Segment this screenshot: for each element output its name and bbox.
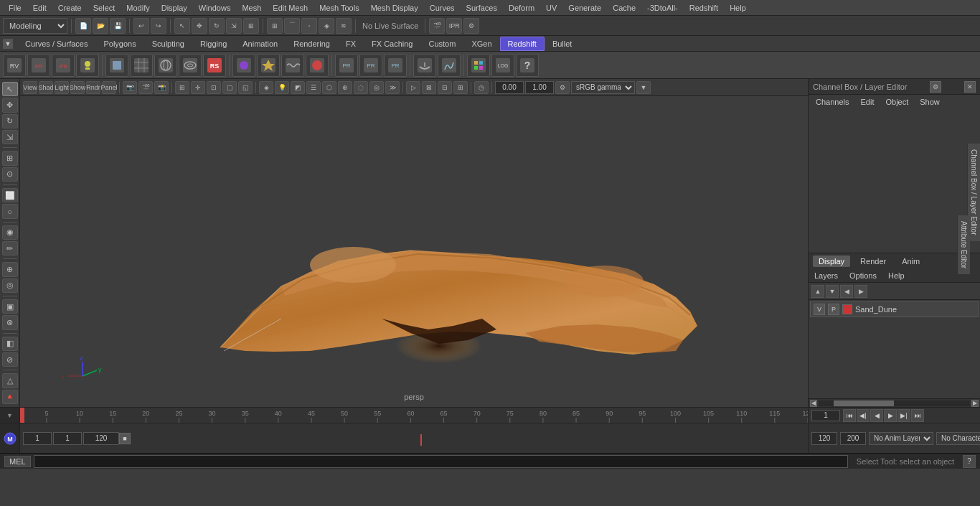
vt-bake-btn[interactable]: ◷ — [474, 81, 489, 94]
frame-range-btn[interactable]: ■ — [119, 433, 131, 444]
shelf-tab-fxcaching[interactable]: FX Caching — [364, 37, 420, 51]
scripting-language-btn[interactable]: MEL — [4, 456, 31, 467]
timeline-ruler[interactable]: 5101520253035404550556065707580859095100… — [20, 408, 808, 423]
snap-view-btn[interactable]: ◈ — [319, 18, 334, 34]
end-frame-bar-input[interactable] — [83, 432, 119, 445]
menu-help[interactable]: Help — [724, 2, 752, 14]
gain-input[interactable]: 1.00 — [525, 81, 554, 94]
layer-expand-btn[interactable]: ◀ — [840, 285, 853, 298]
vt-comp-btn[interactable]: ⊕ — [338, 81, 352, 94]
shelf-icon-light[interactable] — [76, 54, 99, 77]
shelf-icon-ipr2[interactable]: IPR — [52, 54, 75, 77]
menu-create[interactable]: Create — [52, 2, 88, 14]
render-settings-btn[interactable]: ⚙ — [463, 18, 479, 34]
snap-surface-btn[interactable]: ≋ — [336, 18, 352, 34]
show-manipulator-tool[interactable]: ⊕ — [2, 262, 18, 276]
command-line[interactable] — [34, 455, 848, 468]
move-tool[interactable]: ✥ — [2, 98, 18, 112]
icon-extra-1[interactable]: ◧ — [2, 337, 18, 351]
scroll-track[interactable] — [819, 400, 970, 406]
vt-render-btn[interactable]: 🎬 — [138, 81, 153, 94]
menu-surfaces[interactable]: Surfaces — [461, 2, 503, 14]
redo-btn[interactable]: ↪ — [151, 18, 166, 34]
menu-file[interactable]: File — [3, 2, 27, 14]
icon-extra-4[interactable]: 🔺 — [2, 390, 18, 404]
icon-extra-2[interactable]: ⊘ — [2, 352, 18, 367]
vt-sel-btn[interactable]: ⊠ — [422, 81, 436, 94]
vt-camera-btn[interactable]: 📷 — [123, 81, 137, 94]
vt-motion-btn[interactable]: ≫ — [385, 81, 400, 94]
shelf-icon-rs-mat[interactable] — [232, 54, 255, 77]
gamma-input[interactable]: 0.00 — [495, 81, 524, 94]
vt-colorspace-icon[interactable]: ⚙ — [555, 81, 570, 94]
vt-shadow-btn[interactable]: ◩ — [291, 81, 305, 94]
marquee-select-tool[interactable]: ⬜ — [2, 188, 18, 202]
help-line-btn[interactable]: ? — [963, 455, 976, 468]
paint-tool[interactable]: ✏ — [2, 241, 18, 256]
vt-panels-menu[interactable]: Panel — [102, 81, 116, 94]
object-tab[interactable]: Object — [882, 96, 911, 108]
options-menu[interactable]: Options — [847, 270, 880, 281]
menu-mesh-tools[interactable]: Mesh Tools — [314, 2, 364, 14]
pb-next-btn[interactable]: ▶| — [897, 409, 910, 422]
viewport-canvas[interactable]: y z x persp — [20, 96, 808, 407]
scroll-thumb[interactable] — [834, 400, 894, 406]
shelf-icon-rs-vol[interactable] — [438, 54, 461, 77]
scroll-right-arrow[interactable]: ▶ — [971, 400, 979, 407]
anim-layer-dropdown[interactable]: No Anim Layer — [869, 432, 933, 445]
menu-redshift[interactable]: Redshift — [684, 2, 724, 14]
pivot-tool[interactable]: ⊗ — [2, 315, 18, 329]
vt-grid-btn[interactable]: ⊞ — [175, 81, 189, 94]
shelf-collapse-btn[interactable]: ▼ — [3, 39, 13, 49]
layers-menu[interactable]: Layers — [811, 270, 841, 281]
shelf-tab-custom[interactable]: Custom — [421, 37, 464, 51]
vt-lighting-menu[interactable]: Light — [55, 81, 69, 94]
vt-xray-btn[interactable]: ☰ — [306, 81, 321, 94]
channel-box-close-btn[interactable]: ✕ — [964, 81, 976, 93]
shelf-icon-pr1[interactable]: PR — [335, 54, 358, 77]
layer-playback-btn[interactable]: P — [828, 304, 839, 315]
vt-renderer-menu[interactable]: Rndr — [86, 81, 100, 94]
pb-play-btn[interactable]: ▶ — [884, 409, 897, 422]
shelf-tab-sculpting[interactable]: Sculpting — [144, 37, 192, 51]
snap-together-tool[interactable]: ⊙ — [2, 167, 18, 182]
vt-origin-btn[interactable]: ✛ — [191, 81, 205, 94]
undo-btn[interactable]: ↩ — [133, 18, 149, 34]
vt-ssao-btn[interactable]: ◌ — [354, 81, 368, 94]
vt-shading-menu[interactable]: Shad — [39, 81, 53, 94]
current-frame-right[interactable] — [811, 410, 840, 421]
shelf-icon-ipr[interactable]: IPR — [27, 54, 50, 77]
render-icon-btn[interactable]: 🎬 — [429, 18, 445, 34]
shelf-icon-rv[interactable]: RV — [3, 54, 26, 77]
soft-select-tool[interactable]: ◉ — [2, 225, 18, 240]
shelf-icon-rs-log[interactable]: LOG — [491, 54, 514, 77]
shelf-tab-rendering[interactable]: Rendering — [286, 37, 338, 51]
menu-deform[interactable]: Deform — [503, 2, 540, 14]
select-tool-btn[interactable]: ↖ — [174, 18, 190, 34]
channels-tab[interactable]: Channels — [813, 96, 852, 108]
shelf-icon-sphere[interactable] — [154, 54, 177, 77]
rotate-tool[interactable]: ↻ — [2, 114, 18, 128]
menu-3dtoall[interactable]: -3DtoAll- — [641, 2, 684, 14]
shelf-tab-rigging[interactable]: Rigging — [192, 37, 235, 51]
layer-visible-btn[interactable]: V — [814, 304, 825, 315]
layer-vis-up-btn[interactable]: ▼ — [826, 285, 839, 298]
playback-end-input[interactable] — [811, 432, 837, 445]
rotate-tool-btn[interactable]: ↻ — [209, 18, 225, 34]
last-tool[interactable]: ◎ — [2, 278, 18, 293]
char-set-dropdown[interactable]: No Character Set — [936, 432, 980, 445]
new-file-btn[interactable]: 📄 — [75, 18, 91, 34]
scale-tool-btn[interactable]: ⇲ — [226, 18, 242, 34]
shelf-tab-xgen[interactable]: XGen — [463, 37, 499, 51]
pb-prev-btn[interactable]: ◀ — [870, 409, 883, 422]
workspace-dropdown[interactable]: Modeling — [3, 18, 67, 34]
menu-edit[interactable]: Edit — [27, 2, 52, 14]
layer-collapse-btn[interactable]: ▶ — [854, 285, 867, 298]
channel-box-settings-btn[interactable]: ⚙ — [930, 81, 941, 93]
pb-first-btn[interactable]: ⏮ — [843, 409, 856, 422]
vt-iso-btn[interactable]: ◈ — [259, 81, 273, 94]
current-frame-input[interactable] — [53, 432, 82, 445]
lasso-select-tool[interactable]: ○ — [2, 204, 18, 218]
shelf-icon-object[interactable] — [105, 54, 128, 77]
vt-dof-btn[interactable]: ◎ — [369, 81, 384, 94]
